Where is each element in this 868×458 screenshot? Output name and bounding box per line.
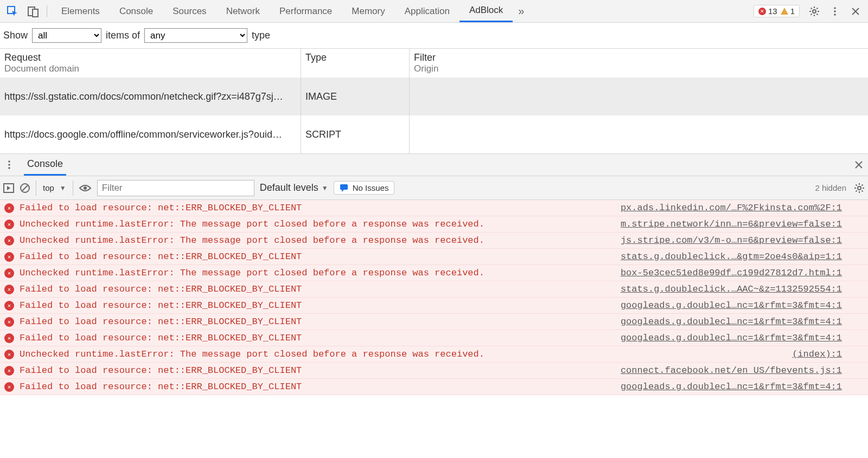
close-devtools-icon[interactable] xyxy=(846,2,865,21)
error-warning-badges[interactable]: 13 1 xyxy=(754,5,800,17)
items-of-label: items of xyxy=(106,30,140,41)
svg-point-3 xyxy=(813,10,816,13)
message-source-link[interactable]: box-5e3cec51ed8e99df…c199d27812d7.html:1 xyxy=(621,268,842,278)
cell-filter xyxy=(410,78,868,115)
chat-icon xyxy=(340,184,348,192)
error-icon xyxy=(4,285,14,294)
message-text: Failed to load resource: net::ERR_BLOCKE… xyxy=(20,365,302,376)
col-type[interactable]: Type xyxy=(301,49,410,78)
console-message[interactable]: Failed to load resource: net::ERR_BLOCKE… xyxy=(0,379,868,395)
drawer-tab-console[interactable]: Console xyxy=(24,154,66,176)
tab-performance[interactable]: Performance xyxy=(270,0,342,22)
type-label: type xyxy=(252,30,270,41)
console-messages[interactable]: Failed to load resource: net::ERR_BLOCKE… xyxy=(0,200,868,422)
adblock-table-header: Request Document domain Type Filter Orig… xyxy=(0,49,868,78)
cell-filter xyxy=(410,115,868,153)
console-message[interactable]: Unchecked runtime.lastError: The message… xyxy=(0,265,868,281)
message-source-link[interactable]: googleads.g.doublecl…nc=1&rfmt=3&fmt=4:1 xyxy=(621,333,842,343)
execution-context[interactable]: top ▼ xyxy=(36,180,73,196)
toggle-sidebar-icon[interactable] xyxy=(3,183,14,193)
adblock-table: Request Document domain Type Filter Orig… xyxy=(0,48,868,153)
message-source-link[interactable]: (index):1 xyxy=(792,349,842,359)
tab-application[interactable]: Application xyxy=(395,0,459,22)
table-row[interactable]: https://ssl.gstatic.com/docs/common/netc… xyxy=(0,78,868,115)
log-levels-dropdown[interactable]: Default levels ▼ xyxy=(260,182,328,193)
console-message[interactable]: Failed to load resource: net::ERR_BLOCKE… xyxy=(0,281,868,298)
error-icon xyxy=(4,382,14,392)
message-text: Unchecked runtime.lastError: The message… xyxy=(20,349,484,359)
message-source-link[interactable]: stats.g.doubleclick.…AAC~&z=1132592554:1 xyxy=(621,284,842,294)
message-source-link[interactable]: stats.g.doubleclick.…&gtm=2oe4s0&aip=1:1 xyxy=(621,251,842,262)
warning-count: 1 xyxy=(790,7,795,16)
svg-rect-2 xyxy=(33,9,38,17)
adblock-filter-bar: Show all items of any type xyxy=(0,23,868,48)
console-message[interactable]: Failed to load resource: net::ERR_BLOCKE… xyxy=(0,249,868,265)
chevron-down-icon: ▼ xyxy=(60,184,66,192)
message-source-link[interactable]: googleads.g.doublecl…nc=1&rfmt=3&fmt=4:1 xyxy=(621,300,842,311)
kebab-menu-icon[interactable] xyxy=(826,2,844,21)
svg-line-34 xyxy=(856,190,857,191)
device-toggle-icon[interactable] xyxy=(24,2,42,21)
console-message[interactable]: Unchecked runtime.lastError: The message… xyxy=(0,233,868,249)
message-source-link[interactable]: js.stripe.com/v3/m-o…n=6&preview=false:1 xyxy=(621,235,842,246)
hidden-count[interactable]: 2 hidden xyxy=(815,183,846,192)
tab-adblock[interactable]: AdBlock xyxy=(459,0,513,22)
error-count-badge[interactable]: 13 xyxy=(758,7,777,16)
inspect-element-icon[interactable] xyxy=(3,2,22,21)
error-icon xyxy=(758,8,766,15)
svg-line-24 xyxy=(22,185,28,191)
col-filter[interactable]: Filter Origin xyxy=(410,49,868,78)
svg-point-19 xyxy=(8,167,10,169)
error-count: 13 xyxy=(768,7,777,16)
svg-point-17 xyxy=(8,160,10,163)
console-toolbar: top ▼ Default levels ▼ No Issues 2 hidde… xyxy=(0,176,868,200)
issues-button[interactable]: No Issues xyxy=(334,181,395,195)
table-row[interactable]: https://docs.google.com/offline/common/s… xyxy=(0,115,868,153)
message-source-link[interactable]: googleads.g.doublecl…nc=1&rfmt=3&fmt=4:1 xyxy=(621,317,842,327)
console-message[interactable]: Unchecked runtime.lastError: The message… xyxy=(0,216,868,233)
show-select[interactable]: all xyxy=(32,28,101,43)
console-message[interactable]: Failed to load resource: net::ERR_BLOCKE… xyxy=(0,200,868,216)
cell-request: https://ssl.gstatic.com/docs/common/netc… xyxy=(0,78,301,115)
settings-gear-icon[interactable] xyxy=(805,2,824,21)
message-source-link[interactable]: connect.facebook.net/en_US/fbevents.js:1 xyxy=(621,365,842,376)
error-icon xyxy=(4,220,14,229)
message-text: Failed to load resource: net::ERR_BLOCKE… xyxy=(20,382,302,392)
drawer-kebab-icon[interactable] xyxy=(4,160,14,170)
svg-line-35 xyxy=(861,184,863,185)
error-icon xyxy=(4,203,14,213)
chevron-down-icon: ▼ xyxy=(322,184,328,192)
devtools-toolbar: Elements Console Sources Network Perform… xyxy=(0,0,868,23)
col-request[interactable]: Request Document domain xyxy=(0,49,301,78)
console-filter-input[interactable] xyxy=(97,180,254,196)
message-source-link[interactable]: googleads.g.doublecl…nc=1&rfmt=3&fmt=4:1 xyxy=(621,382,842,392)
context-label: top xyxy=(43,183,54,192)
clear-console-icon[interactable] xyxy=(20,183,30,193)
warning-count-badge[interactable]: 1 xyxy=(781,7,795,16)
console-message[interactable]: Failed to load resource: net::ERR_BLOCKE… xyxy=(0,314,868,330)
adblock-table-body[interactable]: https://ssl.gstatic.com/docs/common/netc… xyxy=(0,78,868,153)
console-message[interactable]: Failed to load resource: net::ERR_BLOCKE… xyxy=(0,330,868,346)
tab-console[interactable]: Console xyxy=(110,0,163,22)
close-drawer-icon[interactable] xyxy=(854,160,864,170)
tab-sources[interactable]: Sources xyxy=(163,0,216,22)
console-message[interactable]: Failed to load resource: net::ERR_BLOCKE… xyxy=(0,298,868,314)
error-icon xyxy=(4,268,14,278)
tabs-overflow-icon[interactable]: » xyxy=(513,0,529,22)
console-settings-gear-icon[interactable] xyxy=(854,183,865,193)
tab-memory[interactable]: Memory xyxy=(342,0,394,22)
cell-type: SCRIPT xyxy=(301,115,410,153)
any-select[interactable]: any xyxy=(144,28,247,43)
tab-elements[interactable]: Elements xyxy=(52,0,110,22)
warning-icon xyxy=(781,8,788,15)
console-message[interactable]: Unchecked runtime.lastError: The message… xyxy=(0,346,868,363)
svg-line-11 xyxy=(816,8,818,9)
message-source-link[interactable]: px.ads.linkedin.com/…F%2Fkinsta.com%2F:1 xyxy=(621,203,842,213)
message-source-link[interactable]: m.stripe.network/inn…n=6&preview=false:1 xyxy=(621,219,842,229)
tab-network[interactable]: Network xyxy=(216,0,270,22)
message-text: Unchecked runtime.lastError: The message… xyxy=(20,268,484,278)
live-expression-eye-icon[interactable] xyxy=(79,184,92,192)
message-text: Unchecked runtime.lastError: The message… xyxy=(20,235,484,246)
console-message[interactable]: Failed to load resource: net::ERR_BLOCKE… xyxy=(0,363,868,379)
svg-point-18 xyxy=(8,164,10,166)
